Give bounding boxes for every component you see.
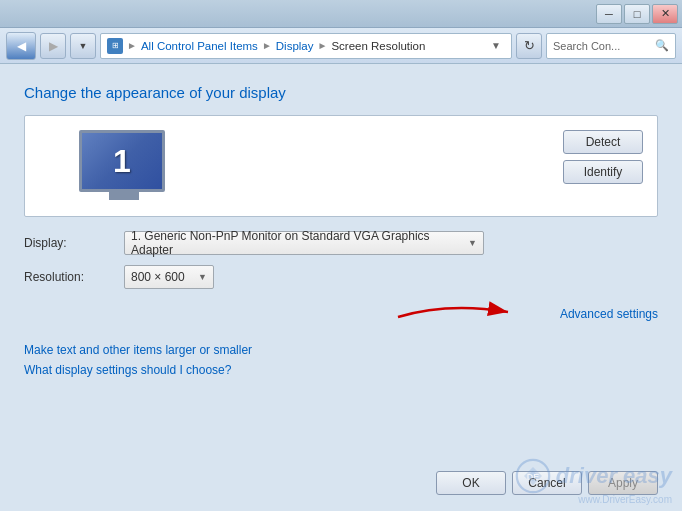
apply-button[interactable]: Apply <box>588 471 658 495</box>
resolution-label: Resolution: <box>24 270 114 284</box>
resolution-row: Resolution: 800 × 600 ▼ <box>24 265 658 289</box>
monitor-stand <box>109 192 139 200</box>
breadcrumb-sep-3: ► <box>318 40 328 51</box>
monitor-screen: 1 <box>79 130 165 192</box>
content-area: Change the appearance of your display 1 … <box>0 64 682 511</box>
refresh-button[interactable]: ↻ <box>516 33 542 59</box>
breadcrumb-dropdown[interactable]: ▼ <box>487 34 505 58</box>
back-button[interactable]: ◀ <box>6 32 36 60</box>
resolution-dropdown-arrow: ▼ <box>198 272 207 282</box>
display-value: 1. Generic Non-PnP Monitor on Standard V… <box>131 229 464 257</box>
dropdown-button[interactable]: ▼ <box>70 33 96 59</box>
cancel-button[interactable]: Cancel <box>512 471 582 495</box>
resolution-value: 800 × 600 <box>131 270 185 284</box>
detect-button[interactable]: Detect <box>563 130 643 154</box>
breadcrumb-current: Screen Resolution <box>331 40 425 52</box>
monitor-number: 1 <box>113 143 131 180</box>
monitor-icon: 1 <box>79 130 169 202</box>
watermark-url: www.DriverEasy.com <box>578 494 672 505</box>
control-panel-icon: ⊞ <box>107 38 123 54</box>
detect-buttons: Detect Identify <box>563 130 643 184</box>
links-section: Make text and other items larger or smal… <box>24 343 658 377</box>
search-text: Search Con... <box>553 40 651 52</box>
display-dropdown[interactable]: 1. Generic Non-PnP Monitor on Standard V… <box>124 231 484 255</box>
ok-button[interactable]: OK <box>436 471 506 495</box>
display-dropdown-arrow: ▼ <box>468 238 477 248</box>
search-icon[interactable]: 🔍 <box>655 39 669 52</box>
minimize-button[interactable]: ─ <box>596 4 622 24</box>
forward-button[interactable]: ▶ <box>40 33 66 59</box>
search-bar[interactable]: Search Con... 🔍 <box>546 33 676 59</box>
display-settings-link[interactable]: What display settings should I choose? <box>24 363 658 377</box>
display-label: Display: <box>24 236 114 250</box>
advanced-settings-row: Advanced settings <box>24 299 658 329</box>
identify-button[interactable]: Identify <box>563 160 643 184</box>
close-button[interactable]: ✕ <box>652 4 678 24</box>
page-title: Change the appearance of your display <box>24 84 658 101</box>
bottom-buttons: OK Cancel Apply <box>24 461 658 495</box>
resolution-dropdown[interactable]: 800 × 600 ▼ <box>124 265 214 289</box>
breadcrumb-link-2[interactable]: Display <box>276 40 314 52</box>
advanced-settings-link[interactable]: Advanced settings <box>560 307 658 321</box>
breadcrumb-link-1[interactable]: All Control Panel Items <box>141 40 258 52</box>
red-arrow-svg <box>388 297 518 327</box>
breadcrumb-sep-2: ► <box>262 40 272 51</box>
larger-text-link[interactable]: Make text and other items larger or smal… <box>24 343 658 357</box>
titlebar: ─ □ ✕ <box>0 0 682 28</box>
breadcrumb-bar: ⊞ ► All Control Panel Items ► Display ► … <box>100 33 512 59</box>
breadcrumb-sep-1: ► <box>127 40 137 51</box>
maximize-button[interactable]: □ <box>624 4 650 24</box>
addressbar: ◀ ▶ ▼ ⊞ ► All Control Panel Items ► Disp… <box>0 28 682 64</box>
display-row: Display: 1. Generic Non-PnP Monitor on S… <box>24 231 658 255</box>
display-panel: 1 Detect Identify <box>24 115 658 217</box>
